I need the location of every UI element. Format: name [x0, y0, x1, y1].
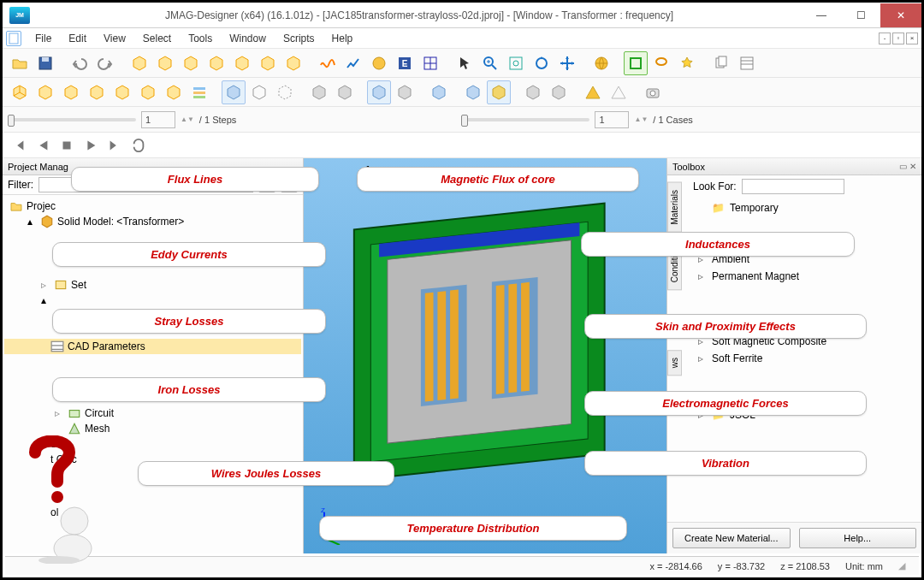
- tree-set[interactable]: Set: [71, 279, 86, 291]
- mesh-grey-icon[interactable]: [393, 80, 417, 104]
- svg-point-10: [536, 58, 547, 68]
- undo-icon[interactable]: [68, 51, 92, 75]
- rotate-icon[interactable]: [530, 51, 554, 75]
- shade-grey-icon[interactable]: [333, 80, 357, 104]
- view-iso-icon[interactable]: [8, 80, 32, 104]
- menu-select[interactable]: Select: [136, 31, 178, 46]
- menu-help[interactable]: Help: [325, 31, 360, 46]
- camera-icon[interactable]: [641, 80, 665, 104]
- render-grey-icon[interactable]: [547, 80, 571, 104]
- cube-icon[interactable]: [153, 51, 177, 75]
- help-button[interactable]: Help...: [799, 528, 917, 548]
- dock-icon[interactable]: ▭ ✕: [899, 162, 916, 171]
- open-icon[interactable]: [8, 51, 32, 75]
- playbar: [3, 133, 921, 158]
- render-blue-icon[interactable]: [461, 80, 485, 104]
- view-back-icon[interactable]: [136, 80, 160, 104]
- render-yellow-icon[interactable]: [487, 80, 511, 104]
- list-item[interactable]: Temporary: [730, 202, 779, 214]
- view-top-icon[interactable]: [85, 80, 109, 104]
- script-e-icon[interactable]: E: [393, 51, 417, 75]
- tree-circuit[interactable]: Circuit: [85, 407, 114, 419]
- tab-materials[interactable]: Materials: [667, 182, 682, 233]
- menu-tools[interactable]: Tools: [181, 31, 219, 46]
- view-left-icon[interactable]: [110, 80, 134, 104]
- cube-icon[interactable]: [127, 51, 151, 75]
- maximize-button[interactable]: ☐: [841, 3, 880, 27]
- triangle-outline-icon[interactable]: [607, 80, 631, 104]
- cube-icon[interactable]: [204, 51, 228, 75]
- view-front-icon[interactable]: [33, 80, 57, 104]
- star-plus-icon[interactable]: [675, 51, 699, 75]
- shade-hidden-icon[interactable]: [273, 80, 297, 104]
- cases-slider[interactable]: [461, 118, 589, 121]
- steps-value[interactable]: 1: [141, 111, 175, 128]
- mesh-blue-icon[interactable]: [367, 80, 391, 104]
- grid-icon[interactable]: [418, 51, 442, 75]
- globe-icon[interactable]: [589, 51, 613, 75]
- stop-icon[interactable]: [56, 135, 78, 156]
- viewport-3d[interactable]: 1 Z X: [304, 158, 666, 553]
- minimize-button[interactable]: —: [802, 3, 841, 27]
- cases-value[interactable]: 1: [595, 111, 629, 128]
- select-lasso-icon[interactable]: [649, 51, 673, 75]
- titlebar: JM JMAG-Designer (x64) (16.1.01z) - [JAC…: [3, 3, 921, 28]
- warn-triangle-icon[interactable]: [581, 80, 605, 104]
- last-icon[interactable]: [104, 135, 126, 156]
- cube-wire-icon[interactable]: [256, 51, 280, 75]
- chart-icon[interactable]: [341, 51, 365, 75]
- palette-icon[interactable]: [367, 51, 391, 75]
- view-right-icon[interactable]: [59, 80, 83, 104]
- lookfor-input[interactable]: [742, 179, 844, 194]
- select-rect-icon[interactable]: [624, 51, 648, 75]
- list-item[interactable]: Soft Ferrite: [712, 352, 762, 364]
- render-grey-icon[interactable]: [521, 80, 545, 104]
- menu-edit[interactable]: Edit: [62, 31, 93, 46]
- callout: Flux Lines: [71, 167, 319, 192]
- tab-views[interactable]: ws: [667, 350, 682, 376]
- shade-grey-icon[interactable]: [307, 80, 331, 104]
- prev-icon[interactable]: [32, 135, 54, 156]
- question-figure-icon: [18, 435, 109, 564]
- svg-point-9: [513, 61, 518, 66]
- list-item[interactable]: Permanent Magnet: [712, 270, 799, 282]
- first-icon[interactable]: [8, 135, 30, 156]
- menu-window[interactable]: Window: [222, 31, 273, 46]
- play-icon[interactable]: [80, 135, 102, 156]
- tree-mesh[interactable]: Mesh: [85, 423, 110, 435]
- copy-icon[interactable]: [709, 51, 733, 75]
- mdi-close[interactable]: ×: [906, 33, 918, 44]
- cube-icon[interactable]: [179, 51, 203, 75]
- mdi-restore[interactable]: ▫: [892, 33, 904, 44]
- pan-icon[interactable]: [555, 51, 579, 75]
- steps-label: / 1 Steps: [199, 115, 236, 125]
- cube-icon[interactable]: [230, 51, 254, 75]
- tree-solid-model[interactable]: Solid Model: <Transformer>: [57, 216, 184, 228]
- view-list-icon[interactable]: [187, 80, 211, 104]
- shade-solid-icon[interactable]: [222, 80, 246, 104]
- close-button[interactable]: ✕: [880, 3, 921, 27]
- create-material-button[interactable]: Create New Material...: [672, 528, 791, 548]
- arrow-cursor-icon[interactable]: [453, 51, 477, 75]
- mdi-minimize[interactable]: -: [879, 33, 891, 44]
- tree-cad-params[interactable]: CAD Parameters: [68, 340, 145, 352]
- steps-slider[interactable]: [8, 118, 136, 121]
- properties-icon[interactable]: [735, 51, 759, 75]
- resize-grip-icon[interactable]: ◢: [898, 560, 905, 571]
- view-bottom-icon[interactable]: [162, 80, 186, 104]
- save-icon[interactable]: [33, 51, 57, 75]
- redo-icon[interactable]: [93, 51, 117, 75]
- light-blue-icon[interactable]: [427, 80, 451, 104]
- menu-file[interactable]: File: [28, 31, 58, 46]
- zoom-fit-icon[interactable]: [504, 51, 528, 75]
- new-doc-icon[interactable]: [6, 31, 21, 46]
- zoom-plus-icon[interactable]: [478, 51, 502, 75]
- cube-icon[interactable]: [281, 51, 305, 75]
- tree-root[interactable]: Projec: [27, 200, 56, 212]
- menu-view[interactable]: View: [97, 31, 133, 46]
- menu-scripts[interactable]: Scripts: [276, 31, 322, 46]
- svg-rect-35: [508, 283, 517, 393]
- wave-icon[interactable]: [316, 51, 340, 75]
- shade-wire-icon[interactable]: [247, 80, 271, 104]
- loop-icon[interactable]: [127, 135, 150, 156]
